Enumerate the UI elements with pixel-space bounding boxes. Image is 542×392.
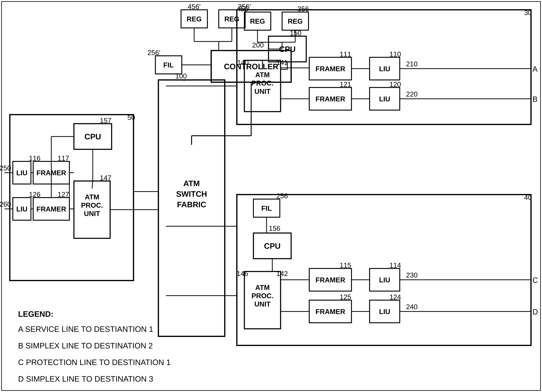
ref-125: 125 bbox=[340, 293, 351, 301]
svg-text:FRAMER: FRAMER bbox=[316, 276, 345, 284]
svg-text:FABRIC: FABRIC bbox=[177, 200, 206, 209]
ref-220: 220 bbox=[406, 90, 418, 98]
svg-text:PROC.: PROC. bbox=[251, 79, 273, 87]
svg-text:SWITCH: SWITCH bbox=[176, 190, 207, 198]
ref-140: 140 bbox=[237, 59, 249, 66]
ref-115: 115 bbox=[340, 261, 351, 269]
svg-text:FRAMER: FRAMER bbox=[316, 95, 345, 103]
svg-text:FIL: FIL bbox=[261, 204, 272, 212]
svg-text:CPU: CPU bbox=[264, 242, 281, 250]
svg-text:LIU: LIU bbox=[16, 169, 27, 177]
svg-text:LIU: LIU bbox=[379, 276, 390, 284]
ref-240: 240 bbox=[406, 303, 418, 311]
ref-111: 111 bbox=[340, 50, 351, 58]
label-B: B bbox=[532, 95, 537, 103]
legend-item-a: A SERVICE LINE TO DESTIANTION 1 bbox=[18, 325, 153, 333]
svg-text:REG: REG bbox=[187, 15, 202, 23]
svg-text:LIU: LIU bbox=[16, 205, 27, 213]
svg-text:REG: REG bbox=[288, 17, 303, 25]
svg-text:PROC.: PROC. bbox=[251, 292, 273, 300]
ref-127: 127 bbox=[58, 190, 69, 198]
svg-text:ATM: ATM bbox=[255, 284, 270, 291]
ref-100: 100 bbox=[175, 72, 187, 80]
svg-text:ATM: ATM bbox=[255, 71, 270, 79]
svg-text:UNIT: UNIT bbox=[254, 87, 271, 95]
svg-text:FRAMER: FRAMER bbox=[37, 205, 66, 213]
ref-146: 146 bbox=[237, 270, 248, 278]
legend-title: LEGEND: bbox=[18, 310, 53, 318]
svg-text:LIU: LIU bbox=[379, 308, 390, 316]
svg-text:CPU: CPU bbox=[84, 132, 101, 141]
ref-141: 141 bbox=[276, 59, 288, 66]
atm-switch-label: ATM bbox=[184, 179, 200, 188]
ref-256p: 256' bbox=[147, 49, 160, 57]
svg-text:ATM: ATM bbox=[85, 193, 99, 201]
legend-item-b: B SIMPLEX LINE TO DESTINATION 2 bbox=[18, 341, 153, 350]
label-C: C bbox=[532, 276, 538, 285]
svg-text:UNIT: UNIT bbox=[84, 210, 100, 217]
legend-item-d: D SIMPLEX LINE TO DESTINATION 3 bbox=[18, 375, 153, 383]
ref-50: 50 bbox=[127, 113, 135, 121]
svg-text:FRAMER: FRAMER bbox=[316, 65, 345, 73]
ref-250: 250 bbox=[0, 164, 11, 172]
svg-text:UNIT: UNIT bbox=[254, 300, 271, 308]
ref-456p: 456' bbox=[188, 3, 201, 11]
diagram-container: ATM SWITCH FABRIC 100 CONTROLLER 200 REG… bbox=[0, 0, 542, 392]
ref-114: 114 bbox=[390, 261, 401, 269]
ref-124: 124 bbox=[390, 293, 401, 301]
ref-117: 117 bbox=[58, 154, 69, 162]
ref-126: 126 bbox=[29, 190, 41, 198]
ref-110: 110 bbox=[390, 50, 401, 58]
ref-121: 121 bbox=[340, 81, 351, 88]
svg-text:REG: REG bbox=[250, 17, 265, 25]
label-D: D bbox=[532, 308, 538, 316]
ref-456: 456 bbox=[237, 5, 248, 13]
svg-text:PROC.: PROC. bbox=[81, 201, 103, 209]
ref-116: 116 bbox=[29, 154, 41, 162]
ref-210: 210 bbox=[406, 60, 418, 68]
svg-text:LIU: LIU bbox=[379, 95, 390, 103]
ref-157: 157 bbox=[100, 117, 111, 124]
legend-item-c: C PROTECTION LINE TO DESTINATION 1 bbox=[18, 358, 171, 367]
ref-156: 156 bbox=[269, 225, 280, 232]
ref-147: 147 bbox=[100, 174, 111, 182]
svg-text:FRAMER: FRAMER bbox=[316, 308, 345, 316]
ref-120: 120 bbox=[390, 81, 401, 88]
svg-text:LIU: LIU bbox=[379, 65, 390, 73]
ref-230: 230 bbox=[406, 271, 418, 279]
controller-label: CONTROLLER bbox=[224, 62, 278, 71]
label-A: A bbox=[532, 65, 538, 73]
ref-40: 40 bbox=[524, 193, 532, 201]
ref-256: 256 bbox=[276, 192, 288, 200]
ref-142: 142 bbox=[276, 270, 288, 278]
ref-356: 356 bbox=[298, 5, 309, 13]
ref-260: 260 bbox=[0, 200, 11, 208]
svg-line-73 bbox=[92, 181, 93, 188]
svg-text:FIL: FIL bbox=[163, 61, 174, 69]
